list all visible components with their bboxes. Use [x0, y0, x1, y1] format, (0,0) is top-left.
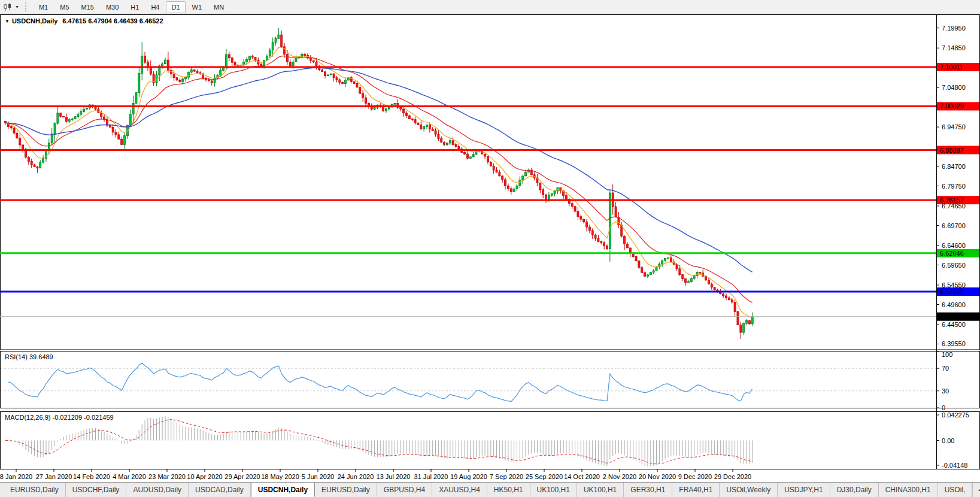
timeframe-button-w1[interactable]: W1 [187, 1, 208, 13]
chart-tab-xauusd-h4[interactable]: XAUUSD,H4 [432, 483, 487, 497]
chart-tab-gbpusd-h4[interactable]: GBPUSD,H4 [377, 483, 432, 497]
chart-window: 7.100117.000296.888976.761576.626466.528… [0, 14, 980, 482]
chevron-down-icon: ▼ [15, 5, 19, 9]
chart-tab-usdcnh-daily[interactable]: USDCNH,Daily [251, 482, 315, 497]
timeframe-button-m1[interactable]: M1 [34, 1, 53, 13]
chart-tab-hk50-h1[interactable]: HK50,H1 [487, 483, 530, 497]
chart-tab-usdjpy-h1[interactable]: USDJPY,H1 [778, 483, 830, 497]
chart-tab-eurusd-daily[interactable]: EURUSD,Daily [315, 483, 377, 497]
chart-tab-uk100-h1[interactable]: UK100,H1 [530, 483, 577, 497]
chart-tab-usdchf-daily[interactable]: USDCHF,Daily [66, 483, 127, 497]
price-axis[interactable] [937, 14, 980, 469]
chart-tab-china300-h1[interactable]: CHINA300,H1 [879, 483, 938, 497]
chart-tabs-bar: EURUSD,DailyUSDCHF,DailyAUDUSD,DailyUSDC… [0, 482, 980, 497]
chart-tab-dj30-daily[interactable]: DJ30,Daily [830, 483, 879, 497]
candlestick-chart-icon [4, 3, 13, 11]
chart-tab-fra40-h1[interactable]: FRA40,H1 [672, 483, 720, 497]
timeframe-button-d1[interactable]: D1 [166, 1, 185, 13]
timeframe-button-h4[interactable]: H4 [145, 1, 165, 13]
chart-tab-audusd-daily[interactable]: AUDUSD,Daily [126, 483, 189, 497]
toolbar-grip [25, 2, 28, 11]
chart-tab-ger30-h1[interactable]: GER30,H1 [624, 483, 672, 497]
chart-type-button[interactable]: ▼ [0, 2, 22, 13]
timeframe-button-m5[interactable]: M5 [54, 1, 74, 13]
timeframe-button-m30[interactable]: M30 [101, 1, 124, 13]
tab-strip: EURUSD,DailyUSDCHF,DailyAUDUSD,DailyUSDC… [4, 483, 972, 497]
chart-tab-eurusd-daily[interactable]: EURUSD,Daily [4, 483, 66, 497]
chart-tab-uk100-h1[interactable]: UK100,H1 [577, 483, 624, 497]
timeframe-row: M1M5M15M30H1H4D1W1MN [33, 1, 230, 13]
chart-tab-usoil-weekly[interactable]: USOil,Weekly [720, 483, 778, 497]
time-axis[interactable] [0, 469, 937, 482]
tab-scroll-buttons: ◄ ► [972, 483, 980, 497]
timeframe-button-h1[interactable]: H1 [125, 1, 144, 13]
timeframe-button-mn[interactable]: MN [208, 1, 229, 13]
chart-tab-usdcad-daily[interactable]: USDCAD,Daily [189, 483, 251, 497]
chart-canvas[interactable]: 7.100117.000296.888976.761576.626466.528… [0, 14, 980, 482]
top-toolbar: ▼ M1M5M15M30H1H4D1W1MN [0, 0, 980, 14]
timeframe-button-m15[interactable]: M15 [76, 1, 99, 13]
tab-scroll-left-icon[interactable]: ◄ [977, 487, 980, 493]
chart-tab-usoil-[interactable]: USOil, [938, 483, 973, 497]
